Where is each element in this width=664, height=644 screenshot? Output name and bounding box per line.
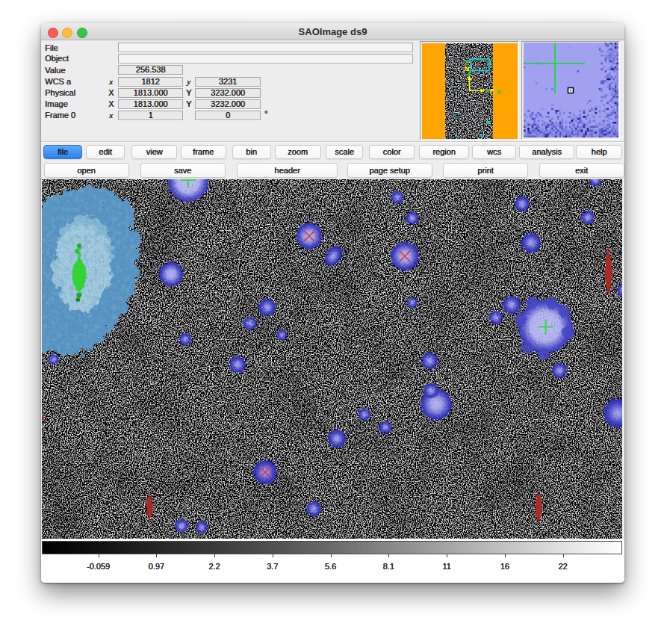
svg-text:N: N [465, 64, 470, 72]
svg-text:X: X [497, 87, 502, 96]
svg-text:E: E [490, 87, 494, 95]
